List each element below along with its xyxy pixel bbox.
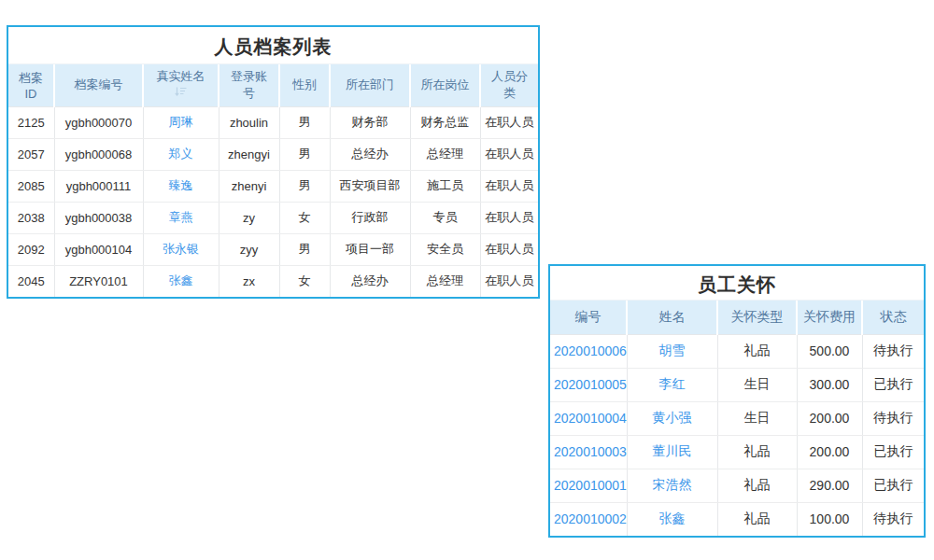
cell-number: 2020010004 [550, 401, 627, 435]
cell-name: 张鑫 [627, 502, 717, 536]
th-department: 所在部门 [330, 64, 410, 106]
cell-gender: 男 [279, 106, 330, 138]
employee-name-link[interactable]: 郑义 [169, 147, 193, 161]
table-row: 2020010001 宋浩然 礼品 290.00 已执行 [550, 469, 924, 502]
cell-gender: 男 [279, 170, 330, 202]
care-name-link[interactable]: 李红 [659, 376, 686, 391]
cell-gender: 男 [279, 233, 330, 265]
cell-login-account: zy [219, 202, 279, 233]
cell-archive-id: 2057 [8, 138, 54, 170]
th-care-cost: 关怀费用 [797, 301, 862, 334]
table-row: 2045 ZZRY0101 张鑫 zx 女 总经办 总经理 在职人员 [8, 265, 538, 297]
care-number-link[interactable]: 2020010006 [554, 343, 627, 358]
cell-login-account: zx [219, 265, 279, 297]
table-row: 2125 ygbh000070 周琳 zhoulin 男 财务部 财务总监 在职… [8, 106, 538, 138]
cell-login-account: zhenyi [219, 170, 279, 202]
th-archive-no: 档案编号 [54, 64, 143, 106]
cell-number: 2020010006 [550, 334, 627, 368]
cell-gender: 女 [279, 265, 330, 297]
cell-care-cost: 200.00 [797, 401, 862, 435]
cell-care-cost: 300.00 [797, 368, 862, 401]
cell-archive-no: ygbh000070 [54, 106, 143, 138]
cell-real-name: 张永银 [143, 233, 219, 265]
care-name-link[interactable]: 黄小强 [653, 410, 692, 425]
cell-care-type: 生日 [717, 368, 797, 401]
th-login-account: 登录账号 [219, 64, 279, 106]
care-name-link[interactable]: 张鑫 [659, 511, 686, 525]
care-header-row: 编号 姓名 关怀类型 关怀费用 状态 [550, 301, 924, 334]
cell-login-account: zyy [219, 233, 279, 265]
cell-position: 总经理 [410, 138, 480, 170]
status-cell: 待执行 [862, 334, 924, 368]
table-row: 2020010003 董川民 礼品 200.00 已执行 [550, 435, 924, 469]
th-category: 人员分类 [480, 64, 538, 106]
employee-care-table: 编号 姓名 关怀类型 关怀费用 状态 2020010006 胡雪 礼品 500.… [550, 301, 924, 536]
personnel-archive-title: 人员档案列表 [8, 27, 538, 64]
th-number: 编号 [550, 301, 627, 334]
employee-name-link[interactable]: 臻逸 [169, 178, 193, 192]
cell-care-cost: 100.00 [797, 502, 862, 536]
cell-department: 财务部 [330, 106, 410, 138]
cell-archive-id: 2045 [8, 265, 54, 297]
table-row: 2020010002 张鑫 礼品 100.00 待执行 [550, 502, 924, 536]
care-number-link[interactable]: 2020010005 [554, 377, 627, 392]
cell-category: 在职人员 [480, 265, 538, 297]
status-cell: 已执行 [862, 368, 924, 401]
cell-category: 在职人员 [480, 138, 538, 170]
cell-name: 董川民 [627, 435, 717, 469]
th-archive-id: 档案ID [8, 64, 54, 106]
cell-real-name: 周琳 [143, 106, 219, 138]
cell-login-account: zhoulin [219, 106, 279, 138]
care-name-link[interactable]: 宋浩然 [653, 477, 692, 492]
employee-care-title: 员工关怀 [550, 266, 924, 301]
personnel-header-row: 档案ID 档案编号 真实姓名 登录账号 性别 所在部 [8, 64, 538, 106]
cell-number: 2020010003 [550, 435, 627, 469]
status-cell: 待执行 [862, 502, 924, 536]
cell-name: 胡雪 [627, 334, 717, 368]
care-number-link[interactable]: 2020010003 [554, 444, 627, 459]
th-real-name[interactable]: 真实姓名 [143, 64, 219, 106]
cell-category: 在职人员 [480, 202, 538, 233]
table-row: 2020010005 李红 生日 300.00 已执行 [550, 368, 924, 401]
cell-care-type: 礼品 [717, 502, 797, 536]
cell-care-type: 生日 [717, 401, 797, 435]
cell-care-type: 礼品 [717, 334, 797, 368]
cell-position: 专员 [410, 202, 480, 233]
care-number-link[interactable]: 2020010001 [554, 478, 627, 493]
cell-position: 总经理 [410, 265, 480, 297]
employee-name-link[interactable]: 周琳 [169, 115, 193, 129]
cell-archive-id: 2092 [8, 233, 54, 265]
cell-number: 2020010001 [550, 469, 627, 502]
cell-gender: 女 [279, 202, 330, 233]
cell-real-name: 张鑫 [143, 265, 219, 297]
cell-name: 宋浩然 [627, 469, 717, 502]
care-number-link[interactable]: 2020010004 [554, 411, 627, 426]
care-name-link[interactable]: 董川民 [653, 443, 692, 458]
employee-care-panel: 员工关怀 编号 姓名 关怀类型 关怀费用 状态 2020010006 胡雪 礼品… [548, 264, 926, 538]
status-cell: 待执行 [862, 401, 924, 435]
sort-icon[interactable] [175, 86, 187, 102]
cell-archive-no: ygbh000068 [54, 138, 143, 170]
th-position: 所在岗位 [410, 64, 480, 106]
employee-name-link[interactable]: 章燕 [169, 210, 193, 224]
cell-category: 在职人员 [480, 106, 538, 138]
cell-position: 安全员 [410, 233, 480, 265]
cell-name: 黄小强 [627, 401, 717, 435]
cell-archive-no: ygbh000104 [54, 233, 143, 265]
care-name-link[interactable]: 胡雪 [659, 343, 686, 357]
cell-department: 项目一部 [330, 233, 410, 265]
care-number-link[interactable]: 2020010002 [554, 511, 627, 526]
cell-department: 行政部 [330, 202, 410, 233]
cell-number: 2020010005 [550, 368, 627, 401]
cell-care-type: 礼品 [717, 469, 797, 502]
table-row: 2057 ygbh000068 郑义 zhengyi 男 总经办 总经理 在职人… [8, 138, 538, 170]
employee-name-link[interactable]: 张鑫 [169, 273, 193, 287]
employee-name-link[interactable]: 张永银 [163, 242, 199, 256]
status-cell: 已执行 [862, 435, 924, 469]
cell-login-account: zhengyi [219, 138, 279, 170]
cell-care-cost: 200.00 [797, 435, 862, 469]
cell-real-name: 章燕 [143, 202, 219, 233]
cell-number: 2020010002 [550, 502, 627, 536]
table-row: 2020010006 胡雪 礼品 500.00 待执行 [550, 334, 924, 368]
cell-name: 李红 [627, 368, 717, 401]
